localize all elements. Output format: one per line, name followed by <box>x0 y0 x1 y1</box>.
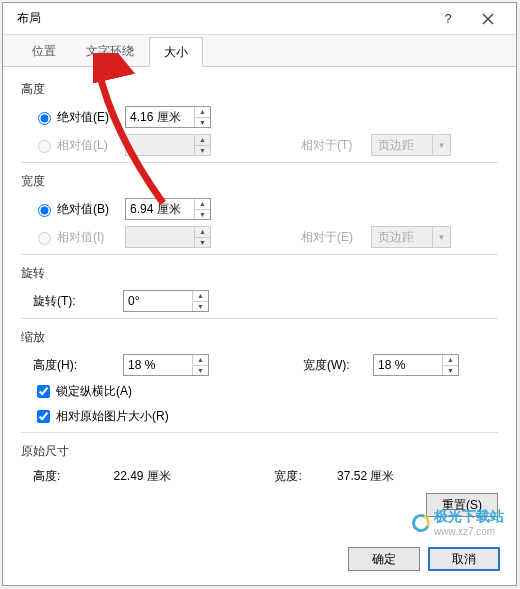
footer: 确定 取消 <box>3 537 516 585</box>
close-icon <box>482 13 494 25</box>
chevron-up-icon[interactable]: ▲ <box>195 199 210 210</box>
separator <box>21 432 498 433</box>
radio-height-absolute-label: 绝对值(E) <box>57 109 109 126</box>
checkbox-relative-original[interactable]: 相对原始图片大小(R) <box>33 407 169 426</box>
spinner-arrows[interactable]: ▲▼ <box>192 355 208 375</box>
chevron-up-icon: ▲ <box>195 135 210 146</box>
height-relative-input <box>126 135 194 155</box>
checkbox-relative-original-label: 相对原始图片大小(R) <box>56 408 169 425</box>
checkbox-lock-aspect-input[interactable] <box>37 385 50 398</box>
scale-height-input[interactable] <box>124 355 192 375</box>
chevron-down-icon[interactable]: ▼ <box>443 366 458 376</box>
width-absolute-spinner[interactable]: ▲▼ <box>125 198 211 220</box>
chevron-down-icon[interactable]: ▼ <box>195 210 210 220</box>
spinner-arrows: ▲▼ <box>194 135 210 155</box>
width-relative-to-value: 页边距 <box>372 229 432 246</box>
radio-width-absolute-label: 绝对值(B) <box>57 201 109 218</box>
original-height-value: 22.49 厘米 <box>113 468 274 485</box>
ok-button[interactable]: 确定 <box>348 547 420 571</box>
section-scale-title: 缩放 <box>21 329 498 346</box>
height-relative-to-dropdown: 页边距 ▼ <box>371 134 451 156</box>
height-relative-spinner: ▲▼ <box>125 134 211 156</box>
checkbox-lock-aspect[interactable]: 锁定纵横比(A) <box>33 382 132 401</box>
radio-height-absolute-input[interactable] <box>38 112 51 125</box>
tabbar: 位置 文字环绕 大小 <box>3 35 516 67</box>
height-relative-to-value: 页边距 <box>372 137 432 154</box>
chevron-up-icon: ▲ <box>195 227 210 238</box>
height-absolute-input[interactable] <box>126 107 194 127</box>
spinner-arrows[interactable]: ▲▼ <box>442 355 458 375</box>
width-absolute-input[interactable] <box>126 199 194 219</box>
width-relative-input <box>126 227 194 247</box>
tab-position[interactable]: 位置 <box>17 36 71 66</box>
rotation-input[interactable] <box>124 291 192 311</box>
spinner-arrows[interactable]: ▲▼ <box>194 199 210 219</box>
rotation-label: 旋转(T): <box>33 293 123 310</box>
chevron-down-icon: ▼ <box>432 135 450 155</box>
tab-text-wrap[interactable]: 文字环绕 <box>71 36 149 66</box>
rotation-spinner[interactable]: ▲▼ <box>123 290 209 312</box>
scale-height-label: 高度(H): <box>33 357 123 374</box>
tab-size[interactable]: 大小 <box>149 37 203 67</box>
layout-dialog: 布局 ? 位置 文字环绕 大小 高度 绝对值(E) ▲▼ 相对值(L) <box>2 2 517 586</box>
chevron-down-icon: ▼ <box>432 227 450 247</box>
chevron-down-icon: ▼ <box>195 238 210 248</box>
chevron-down-icon[interactable]: ▼ <box>193 366 208 376</box>
radio-height-relative-input <box>38 140 51 153</box>
chevron-down-icon[interactable]: ▼ <box>193 302 208 312</box>
original-height-label: 高度: <box>33 468 113 485</box>
width-relative-to-label: 相对于(E) <box>301 229 371 246</box>
close-button[interactable] <box>468 5 508 33</box>
spinner-arrows[interactable]: ▲▼ <box>192 291 208 311</box>
scale-width-input[interactable] <box>374 355 442 375</box>
scale-width-spinner[interactable]: ▲▼ <box>373 354 459 376</box>
chevron-up-icon[interactable]: ▲ <box>193 291 208 302</box>
radio-height-relative: 相对值(L) <box>33 137 125 154</box>
height-relative-to-label: 相对于(T) <box>301 137 371 154</box>
chevron-down-icon: ▼ <box>195 146 210 156</box>
chevron-up-icon[interactable]: ▲ <box>193 355 208 366</box>
radio-height-relative-label: 相对值(L) <box>57 137 108 154</box>
section-height-title: 高度 <box>21 81 498 98</box>
content-area: 高度 绝对值(E) ▲▼ 相对值(L) ▲▼ 相对于(T) 页边距 <box>3 67 516 537</box>
separator <box>21 318 498 319</box>
scale-width-label: 宽度(W): <box>303 357 373 374</box>
reset-button[interactable]: 重置(S) <box>426 493 498 517</box>
radio-width-absolute-input[interactable] <box>38 204 51 217</box>
checkbox-relative-original-input[interactable] <box>37 410 50 423</box>
radio-width-absolute[interactable]: 绝对值(B) <box>33 201 125 218</box>
checkbox-lock-aspect-label: 锁定纵横比(A) <box>56 383 132 400</box>
help-icon: ? <box>445 12 452 26</box>
section-rotation-title: 旋转 <box>21 265 498 282</box>
chevron-up-icon[interactable]: ▲ <box>195 107 210 118</box>
titlebar: 布局 ? <box>3 3 516 35</box>
spinner-arrows[interactable]: ▲▼ <box>194 107 210 127</box>
chevron-down-icon[interactable]: ▼ <box>195 118 210 128</box>
dialog-title: 布局 <box>11 10 428 27</box>
original-width-value: 37.52 厘米 <box>337 468 498 485</box>
section-original-title: 原始尺寸 <box>21 443 498 460</box>
radio-height-absolute[interactable]: 绝对值(E) <box>33 109 125 126</box>
radio-width-relative: 相对值(I) <box>33 229 125 246</box>
scale-height-spinner[interactable]: ▲▼ <box>123 354 209 376</box>
section-width-title: 宽度 <box>21 173 498 190</box>
cancel-button[interactable]: 取消 <box>428 547 500 571</box>
height-absolute-spinner[interactable]: ▲▼ <box>125 106 211 128</box>
radio-width-relative-label: 相对值(I) <box>57 229 104 246</box>
width-relative-spinner: ▲▼ <box>125 226 211 248</box>
radio-width-relative-input <box>38 232 51 245</box>
original-width-label: 宽度: <box>274 468 337 485</box>
chevron-up-icon[interactable]: ▲ <box>443 355 458 366</box>
spinner-arrows: ▲▼ <box>194 227 210 247</box>
width-relative-to-dropdown: 页边距 ▼ <box>371 226 451 248</box>
help-button[interactable]: ? <box>428 5 468 33</box>
separator <box>21 162 498 163</box>
separator <box>21 254 498 255</box>
